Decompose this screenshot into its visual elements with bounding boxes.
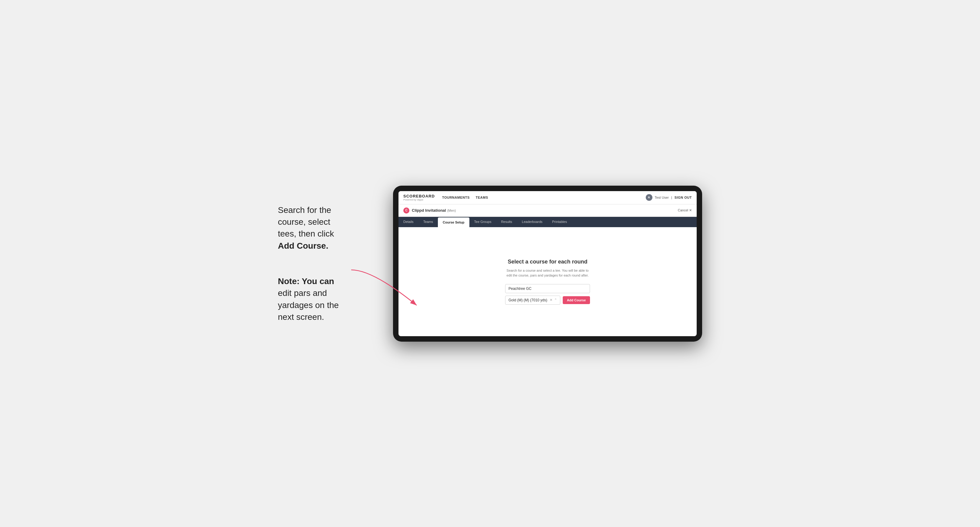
sign-out-link[interactable]: Sign out (675, 194, 692, 200)
tab-tee-groups[interactable]: Tee Groups (469, 217, 496, 227)
tab-course-setup[interactable]: Course Setup (438, 217, 469, 227)
tablet-screen: SCOREBOARD Powered by clippd TOURNAMENTS… (398, 191, 697, 336)
tee-clear-icon[interactable]: ✕ (550, 298, 552, 302)
navbar: SCOREBOARD Powered by clippd TOURNAMENTS… (398, 191, 697, 205)
note-text: Note: You can edit pars and yardages on … (278, 275, 375, 323)
main-content: Select a course for each round Search fo… (398, 227, 697, 336)
logo-sub: Powered by clippd (403, 198, 435, 201)
page-wrapper: Search for the course, select tees, then… (278, 186, 702, 342)
tab-details[interactable]: Details (398, 217, 418, 227)
logo-title: SCOREBOARD (403, 194, 435, 198)
tournament-title: Clippd Invitational (412, 208, 446, 213)
cancel-button[interactable]: Cancel ✕ (678, 208, 692, 212)
tab-teams[interactable]: Teams (418, 217, 438, 227)
tee-chevron-icon[interactable]: ⌃ (554, 298, 557, 302)
tab-printables[interactable]: Printables (547, 217, 572, 227)
tournament-icon: C (403, 208, 409, 214)
user-name: Test User (655, 196, 669, 199)
nav-tournaments[interactable]: TOURNAMENTS (442, 194, 470, 200)
tabs-bar: Details Teams Course Setup Tee Groups Re… (398, 217, 697, 227)
tablet-device: SCOREBOARD Powered by clippd TOURNAMENTS… (393, 186, 702, 342)
course-search-input[interactable] (505, 284, 590, 293)
tournament-header: C Clippd Invitational (Men) Cancel ✕ (398, 205, 697, 217)
section-desc: Search for a course and select a tee. Yo… (505, 268, 590, 278)
logo-area: SCOREBOARD Powered by clippd (403, 194, 435, 201)
tee-value-text: Gold (M) (M) (7010 yds) (509, 298, 547, 302)
nav-teams[interactable]: TEAMS (476, 194, 488, 200)
user-avatar: R (646, 194, 652, 201)
tab-results[interactable]: Results (496, 217, 517, 227)
instruction-text: Search for the course, select tees, then… (278, 204, 375, 252)
add-course-instruction: Add Course. (278, 241, 328, 251)
instructions-panel: Search for the course, select tees, then… (278, 204, 375, 323)
add-course-button[interactable]: Add Course (563, 296, 590, 304)
section-title: Select a course for each round (508, 259, 587, 265)
nav-links: TOURNAMENTS TEAMS (442, 194, 646, 200)
nav-right: R Test User | Sign out (646, 194, 692, 201)
tab-leaderboards[interactable]: Leaderboards (517, 217, 547, 227)
tournament-subtitle: (Men) (447, 209, 456, 212)
tee-select-display[interactable]: Gold (M) (M) (7010 yds) ✕ ⌃ (505, 295, 560, 305)
tee-select-row: Gold (M) (M) (7010 yds) ✕ ⌃ Add Course (505, 295, 590, 305)
